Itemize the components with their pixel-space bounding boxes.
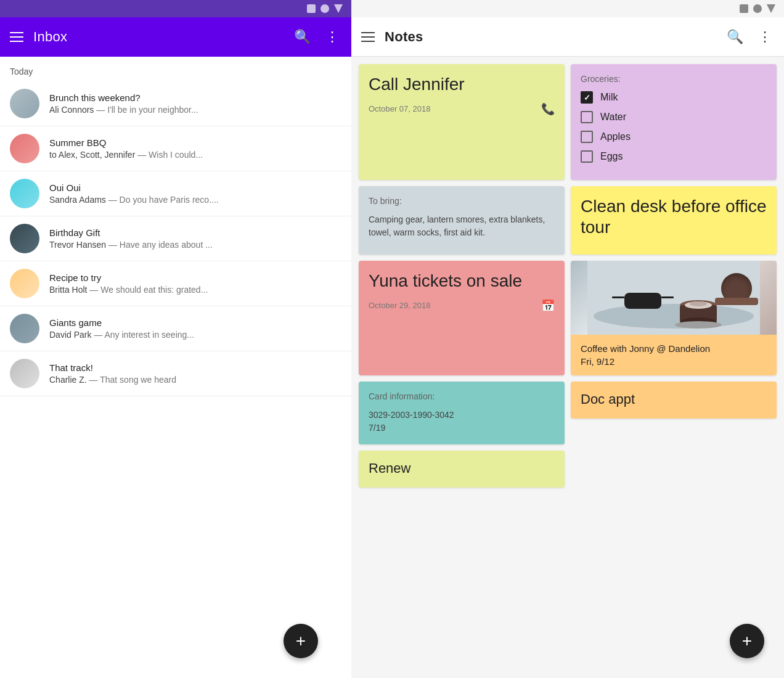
note-yuna-title: Yuna tickets on sale xyxy=(369,271,555,292)
notes-status-circle-icon xyxy=(753,4,762,13)
email-preview-text-6: — Any interest in seeing... xyxy=(94,330,194,340)
note-yuna-tickets[interactable]: Yuna tickets on sale October 29, 2018 📅 xyxy=(359,261,565,375)
email-subject-7: That track! xyxy=(49,362,341,373)
email-subject-3: Oui Oui xyxy=(49,182,341,193)
svg-point-6 xyxy=(690,301,707,306)
email-subject-5: Recipe to try xyxy=(49,272,341,283)
status-triangle-icon xyxy=(334,4,343,13)
checkbox-milk[interactable] xyxy=(581,91,593,104)
email-preview-text-1: — I'll be in your neighbor... xyxy=(96,105,198,115)
groceries-label: Groceries: xyxy=(581,74,767,84)
note-call-jennifer-title: Call Jennifer xyxy=(369,74,555,95)
avatar-3 xyxy=(10,179,39,208)
to-bring-body: Camping gear, lantern smores, extra blan… xyxy=(369,213,555,239)
email-content-5: Recipe to try Britta Holt — We should ea… xyxy=(49,272,341,295)
to-bring-label: To bring: xyxy=(369,196,555,206)
coffee-photo xyxy=(571,261,777,335)
email-content-2: Summer BBQ to Alex, Scott, Jennifer — Wi… xyxy=(49,137,341,160)
notes-more-options-icon[interactable]: ⋮ xyxy=(756,27,774,47)
email-content-1: Brunch this weekend? Ali Connors — I'll … xyxy=(49,92,341,115)
email-item-2[interactable]: Summer BBQ to Alex, Scott, Jennifer — Wi… xyxy=(0,126,351,171)
email-subject-2: Summer BBQ xyxy=(49,137,341,148)
note-clean-desk-title: Clean desk before office tour xyxy=(581,196,767,237)
note-groceries[interactable]: Groceries: Milk Water Apples Eggs xyxy=(571,64,777,180)
checkbox-apples[interactable] xyxy=(581,131,593,143)
grocery-apples-label: Apples xyxy=(600,131,631,142)
email-sender-7: Charlie Z. xyxy=(49,375,87,385)
grocery-water-label: Water xyxy=(600,112,626,123)
avatar-2 xyxy=(10,134,39,163)
email-item-5[interactable]: Recipe to try Britta Holt — We should ea… xyxy=(0,261,351,306)
note-renew[interactable]: Renew xyxy=(359,451,565,488)
grocery-milk: Milk xyxy=(581,91,767,104)
email-content-6: Giants game David Park — Any interest in… xyxy=(49,317,341,340)
email-item-4[interactable]: Birthday Gift Trevor Hansen — Have any i… xyxy=(0,216,351,261)
grocery-apples: Apples xyxy=(581,131,767,143)
email-item-1[interactable]: Brunch this weekend? Ali Connors — I'll … xyxy=(0,81,351,126)
status-circle-icon xyxy=(321,4,329,13)
notes-status-square-icon xyxy=(740,4,748,13)
grocery-water: Water xyxy=(581,111,767,123)
email-preview-1: Ali Connors — I'll be in your neighbor..… xyxy=(49,105,341,115)
compose-fab-button[interactable]: + xyxy=(284,624,318,658)
notes-search-icon[interactable]: 🔍 xyxy=(724,27,746,47)
inbox-status-bar xyxy=(0,0,351,17)
email-preview-text-4: — Have any ideas about ... xyxy=(108,240,213,250)
note-clean-desk[interactable]: Clean desk before office tour xyxy=(571,186,777,255)
email-preview-text-2: — Wish I could... xyxy=(137,150,203,160)
more-options-icon[interactable]: ⋮ xyxy=(323,27,341,47)
email-subject-1: Brunch this weekend? xyxy=(49,92,341,103)
svg-rect-9 xyxy=(640,298,648,300)
today-label: Today xyxy=(0,57,351,81)
card-info-label: Card information: xyxy=(369,391,555,401)
notes-hamburger-icon[interactable] xyxy=(361,32,375,42)
note-doc-appt[interactable]: Doc appt xyxy=(571,382,777,419)
note-card-info[interactable]: Card information: 3029-2003-1990-30427/1… xyxy=(359,382,565,444)
notes-status-bar xyxy=(351,0,784,17)
compose-plus-icon: + xyxy=(296,632,306,650)
hamburger-menu-icon[interactable] xyxy=(10,32,23,42)
email-preview-6: David Park — Any interest in seeing... xyxy=(49,330,341,340)
note-call-jennifer[interactable]: Call Jennifer October 07, 2018 📞 xyxy=(359,64,565,180)
email-sender-5: Britta Holt xyxy=(49,285,87,295)
checkbox-water[interactable] xyxy=(581,111,593,123)
email-content-7: That track! Charlie Z. — That song we he… xyxy=(49,362,341,385)
avatar-7 xyxy=(10,359,39,388)
notes-toolbar: Notes 🔍 ⋮ xyxy=(351,17,784,57)
calendar-icon: 📅 xyxy=(541,299,555,312)
coffee-note-text: Coffee with Jonny @ DandelionFri, 9/12 xyxy=(581,342,767,368)
email-item-7[interactable]: That track! Charlie Z. — That song we he… xyxy=(0,351,351,396)
note-coffee-jonny[interactable]: Coffee with Jonny @ DandelionFri, 9/12 xyxy=(571,261,777,375)
email-list: Brunch this weekend? Ali Connors — I'll … xyxy=(0,81,351,678)
email-preview-4: Trevor Hansen — Have any ideas about ... xyxy=(49,240,341,250)
inbox-toolbar: Inbox 🔍 ⋮ xyxy=(0,17,351,57)
email-subject-6: Giants game xyxy=(49,317,341,328)
avatar-6 xyxy=(10,314,39,343)
email-preview-text-5: — We should eat this: grated... xyxy=(89,285,208,295)
note-call-jennifer-date: October 07, 2018 📞 xyxy=(369,102,555,116)
note-to-bring[interactable]: To bring: Camping gear, lantern smores, … xyxy=(359,186,565,255)
email-sender-3: Sandra Adams xyxy=(49,195,106,205)
email-preview-5: Britta Holt — We should eat this: grated… xyxy=(49,285,341,295)
new-note-fab-button[interactable]: + xyxy=(730,624,764,658)
search-icon[interactable]: 🔍 xyxy=(292,27,313,47)
email-sender-4: Trevor Hansen xyxy=(49,240,106,250)
email-item-6[interactable]: Giants game David Park — Any interest in… xyxy=(0,306,351,351)
status-square-icon xyxy=(307,4,316,13)
email-preview-2: to Alex, Scott, Jennifer — Wish I could.… xyxy=(49,150,341,160)
svg-rect-8 xyxy=(624,293,661,309)
email-content-4: Birthday Gift Trevor Hansen — Have any i… xyxy=(49,227,341,250)
inbox-title: Inbox xyxy=(33,29,282,45)
inbox-panel: Inbox 🔍 ⋮ Today Brunch this weekend? Ali… xyxy=(0,0,351,678)
phone-icon: 📞 xyxy=(541,102,555,116)
grocery-eggs-label: Eggs xyxy=(600,151,623,162)
notes-panel: Notes 🔍 ⋮ Call Jennifer October 07, 2018… xyxy=(351,0,784,678)
svg-rect-10 xyxy=(661,296,674,298)
new-note-plus-icon: + xyxy=(742,632,752,650)
note-renew-title: Renew xyxy=(369,460,555,476)
email-preview-text-3: — Do you have Paris reco.... xyxy=(108,195,219,205)
svg-point-7 xyxy=(675,321,722,329)
email-item-3[interactable]: Oui Oui Sandra Adams — Do you have Paris… xyxy=(0,171,351,216)
notes-title: Notes xyxy=(385,29,714,45)
checkbox-eggs[interactable] xyxy=(581,150,593,163)
